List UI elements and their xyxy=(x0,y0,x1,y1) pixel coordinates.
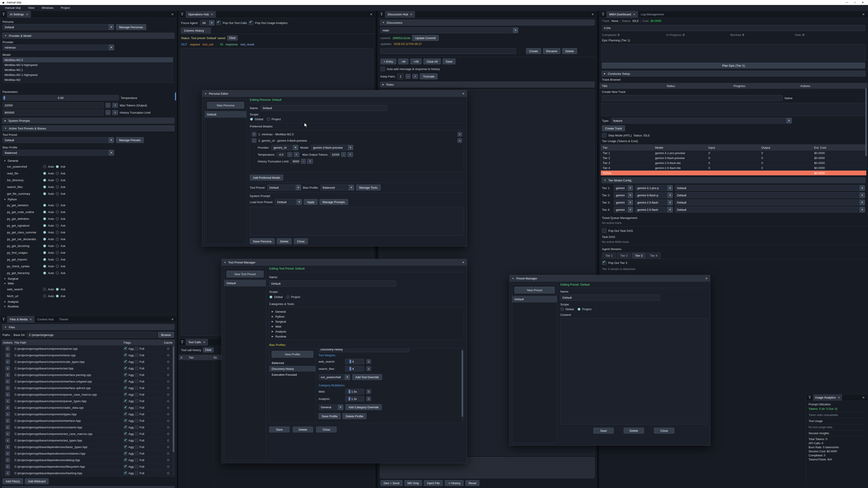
scrollbar-thumb[interactable] xyxy=(462,350,463,417)
remove-file-button[interactable]: x xyxy=(5,431,10,436)
close-tab-icon[interactable]: ✕ xyxy=(26,13,28,16)
conductor-setup-section-header[interactable]: ▶Conductor Setup xyxy=(601,71,866,76)
ask-radio[interactable] xyxy=(56,271,59,275)
ask-radio[interactable] xyxy=(56,265,59,268)
truncate-button[interactable]: Truncate xyxy=(420,73,438,79)
delete-profile-button[interactable]: Delete Profile xyxy=(342,413,366,419)
bias-profile-select[interactable]: Balanced▼ xyxy=(320,185,354,191)
manage-tools-button[interactable]: Manage Tools xyxy=(356,185,381,191)
tier-preset-select[interactable]: Default▼ xyxy=(675,192,865,198)
section-header[interactable]: ▼General xyxy=(2,158,175,163)
increment-button[interactable]: + xyxy=(412,74,418,79)
md-only-button[interactable]: MD Only xyxy=(404,480,422,486)
category-multiplier-slider[interactable]: 1.5x xyxy=(345,389,364,394)
tier-provider-select[interactable]: gemini▼ xyxy=(614,185,633,191)
panel-close-icon[interactable]: ✕ xyxy=(860,394,867,400)
tier-model-select[interactable]: gemini-2.5-flash▼ xyxy=(635,199,673,205)
remove-weight-button[interactable]: x xyxy=(366,359,371,364)
decrement-button[interactable]: - xyxy=(405,74,410,79)
add-files-button[interactable]: Add File(s) xyxy=(2,478,23,484)
agg-checkbox[interactable] xyxy=(124,452,127,455)
move-down-button[interactable]: - xyxy=(252,138,256,143)
slider-handle[interactable] xyxy=(3,96,5,100)
files-section-header[interactable]: ▼Files xyxy=(2,324,175,330)
category-surgical[interactable]: ▶Surgical xyxy=(270,319,464,324)
tool-preset-name-input[interactable]: Default xyxy=(269,281,396,287)
scope-global-radio[interactable] xyxy=(269,295,273,299)
new-profile-button[interactable]: New Profile xyxy=(272,351,313,358)
auto-radio[interactable] xyxy=(43,294,46,298)
step-mode-checkbox[interactable] xyxy=(602,133,607,138)
tab-tool-calls[interactable]: Tool Calls✕ xyxy=(186,339,208,346)
browse-button[interactable]: Browse xyxy=(158,332,174,338)
remove-file-button[interactable]: x xyxy=(5,386,10,390)
auto-radio[interactable] xyxy=(43,217,46,221)
focus-agent-select[interactable]: All▼ xyxy=(200,20,215,26)
add-tool-override-button[interactable]: Add Tool Override xyxy=(352,374,382,380)
collapse-all-button[interactable]: -All xyxy=(398,59,409,64)
agg-checkbox[interactable] xyxy=(124,373,127,377)
delete-tool-preset-button[interactable]: Delete xyxy=(293,427,313,432)
create-discussion-button[interactable]: Create xyxy=(526,48,541,54)
close-tab-icon[interactable]: ✕ xyxy=(30,318,32,321)
auto-radio[interactable] xyxy=(43,178,46,182)
preset-list-item[interactable]: Default xyxy=(512,296,557,302)
auto-radio[interactable] xyxy=(43,172,46,175)
agg-checkbox[interactable] xyxy=(124,380,127,383)
remove-file-button[interactable]: x xyxy=(5,405,10,410)
agg-checkbox[interactable] xyxy=(124,419,127,422)
dock-icon[interactable] xyxy=(378,11,385,18)
scope-project-radio[interactable] xyxy=(577,307,581,311)
dialog-titlebar[interactable]: ▼ Preset Manager ✕ xyxy=(510,275,710,282)
auto-radio[interactable] xyxy=(43,265,46,268)
model-option[interactable]: MiniMax-M2 xyxy=(3,77,173,82)
save-preset-button[interactable]: Save xyxy=(593,428,614,433)
ask-radio[interactable] xyxy=(56,172,59,175)
tab-context-hub[interactable]: Context Hub xyxy=(35,316,56,323)
tool-section-analysis[interactable]: ▼Analysis xyxy=(2,299,175,304)
remove-multiplier-button[interactable]: x xyxy=(366,396,371,401)
plan-epic-button[interactable]: Plan Epic (Tier 1) xyxy=(602,63,865,68)
menu-app[interactable]: manual slop xyxy=(2,6,24,10)
provider-model-section-header[interactable]: ▼Provider & Model xyxy=(2,33,175,39)
model-option[interactable]: MiniMax-M2.5 xyxy=(3,57,173,62)
track-name-input[interactable] xyxy=(602,95,783,101)
remove-file-button[interactable]: x xyxy=(5,366,10,370)
agg-checkbox[interactable] xyxy=(124,360,127,363)
full-checkbox[interactable] xyxy=(135,412,138,416)
section-header[interactable]: ▼Python xyxy=(2,197,175,202)
persona-list-item[interactable]: Default xyxy=(205,111,246,118)
auto-radio[interactable] xyxy=(43,185,46,189)
ask-radio[interactable] xyxy=(56,294,59,298)
close-preset-button[interactable]: Close xyxy=(654,428,674,433)
dock-icon[interactable] xyxy=(0,316,7,323)
ask-radio[interactable] xyxy=(56,258,59,261)
scope-project-radio[interactable] xyxy=(267,118,270,121)
pop-out-dag-checkbox[interactable] xyxy=(602,228,607,233)
reset-button[interactable]: Reset xyxy=(465,480,479,486)
tier-preset-select[interactable]: Default▼ xyxy=(675,199,865,205)
paths-label[interactable]: Paths xyxy=(2,333,10,337)
active-tool-presets-section-header[interactable]: ▼Active Tool Presets & Biases xyxy=(2,125,175,131)
remove-weight-button[interactable]: x xyxy=(366,366,371,371)
increment-button[interactable]: + xyxy=(347,152,353,157)
auto-radio[interactable] xyxy=(43,271,46,275)
slider-handle[interactable] xyxy=(348,390,350,393)
decrement-button[interactable]: - xyxy=(105,103,111,108)
tier-model-select[interactable]: gemini-3.1-pro-p▼ xyxy=(635,185,673,191)
dock-icon[interactable] xyxy=(0,11,7,18)
profile-name-input[interactable]: Discovery-Heavy xyxy=(318,349,409,352)
save-profile-button[interactable]: Save Profile xyxy=(318,413,341,419)
category-multiplier-slider[interactable]: 1.3x xyxy=(345,396,364,401)
decrement-button[interactable]: - xyxy=(105,110,111,115)
tier-model-select[interactable]: gemini-2.5-flash▼ xyxy=(635,207,673,213)
full-checkbox[interactable] xyxy=(135,366,138,370)
tab-discussion-hub[interactable]: Discussion Hub✕ xyxy=(385,11,415,18)
agg-checkbox[interactable] xyxy=(124,353,127,357)
agg-checkbox[interactable] xyxy=(124,458,127,462)
add-preferred-model-button[interactable]: Add Preferred Model xyxy=(250,175,283,181)
remove-file-button[interactable]: x xyxy=(5,379,10,384)
temperature-input[interactable]: -0.0 xyxy=(276,152,286,157)
tool-weight-slider[interactable]: 4 xyxy=(345,359,364,364)
add-entry-button[interactable]: + Entry xyxy=(380,59,396,64)
